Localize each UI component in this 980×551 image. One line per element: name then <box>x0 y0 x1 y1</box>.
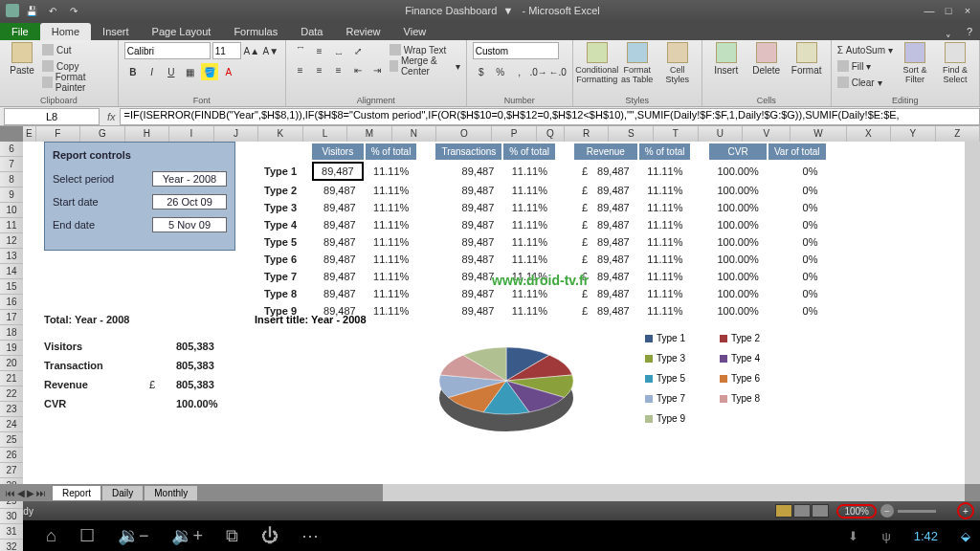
fill-button[interactable]: Fill ▾ <box>837 58 893 74</box>
tab-file[interactable]: File <box>0 23 40 40</box>
table-row[interactable]: Type 889,48711.11%89,48711.11%£89,48711.… <box>256 286 826 301</box>
save-icon[interactable]: 💾 <box>23 2 40 19</box>
undo-icon[interactable]: ↶ <box>44 2 61 19</box>
name-box[interactable]: L8 <box>4 108 100 125</box>
merge-center-button[interactable]: Merge & Center ▾ <box>390 58 460 74</box>
redo-icon[interactable]: ↷ <box>65 2 82 19</box>
fx-icon[interactable]: fx <box>103 111 120 122</box>
usb-icon[interactable]: ψ <box>881 529 890 543</box>
page-layout-view-icon[interactable] <box>793 504 811 518</box>
table-row[interactable]: Type 189,48711.11%89,48711.11%£89,48711.… <box>256 162 826 181</box>
menu-icon[interactable]: ⋯ <box>301 525 319 546</box>
sort-filter-button[interactable]: Sort & Filter <box>897 42 933 84</box>
align-top-icon[interactable]: ⎴ <box>292 42 309 59</box>
italic-button[interactable]: I <box>144 63 161 80</box>
select-period-input[interactable]: Year - 2008 <box>152 171 227 187</box>
sheet-nav-prev-icon[interactable]: ◀ <box>17 488 25 498</box>
spreadsheet-grid[interactable]: EFGHIJKLMNOPQRSTUVWXYZ 67891011121314151… <box>0 126 980 501</box>
align-center-icon[interactable]: ≡ <box>311 61 328 78</box>
table-row[interactable]: Type 689,48711.11%89,48711.11%£89,48711.… <box>256 252 826 267</box>
decrease-decimal-icon[interactable]: ←.0 <box>549 63 567 80</box>
fill-color-button[interactable]: 🪣 <box>201 63 218 80</box>
help-icon[interactable]: ? <box>959 23 980 40</box>
format-as-table-button[interactable]: Format as Table <box>619 42 656 84</box>
bold-button[interactable]: B <box>124 63 142 80</box>
zoom-in-button[interactable]: + <box>957 502 974 519</box>
underline-button[interactable]: U <box>163 63 180 80</box>
font-name-input[interactable] <box>124 42 211 59</box>
tab-page-layout[interactable]: Page Layout <box>141 23 223 40</box>
percent-icon[interactable]: % <box>492 63 509 80</box>
tab-data[interactable]: Data <box>289 23 334 40</box>
ribbon-minimize-icon[interactable]: ˬ <box>938 22 959 40</box>
tab-review[interactable]: Review <box>334 23 391 40</box>
zoom-percent[interactable]: 100% <box>836 504 877 518</box>
start-date-input[interactable]: 26 Oct 09 <box>152 194 227 209</box>
pie-chart[interactable] <box>425 338 588 443</box>
comma-icon[interactable]: , <box>511 63 528 80</box>
align-left-icon[interactable]: ≡ <box>292 61 309 78</box>
delete-cells-button[interactable]: Delete <box>748 42 785 76</box>
zoom-out-button[interactable]: − <box>880 504 894 518</box>
power-icon[interactable]: ⏻ <box>261 526 278 546</box>
horizontal-scrollbar[interactable] <box>383 484 965 501</box>
sheet-tab-monthly[interactable]: Monthly <box>144 485 198 500</box>
table-row[interactable]: Type 389,48711.11%89,48711.11%£89,48711.… <box>256 200 826 215</box>
align-middle-icon[interactable]: ≡ <box>311 42 328 59</box>
home-icon[interactable]: ⌂ <box>46 526 56 546</box>
screenshot-icon[interactable]: ⧉ <box>226 526 238 546</box>
border-button[interactable]: ▦ <box>182 63 199 80</box>
tab-home[interactable]: Home <box>40 23 91 40</box>
increase-indent-icon[interactable]: ⇥ <box>368 61 386 78</box>
tab-insert[interactable]: Insert <box>91 23 141 40</box>
cut-button[interactable]: Cut <box>42 42 112 57</box>
report-controls-title: Report controls <box>53 146 227 164</box>
download-icon[interactable]: ⬇ <box>848 529 858 543</box>
conditional-formatting-button[interactable]: Conditional Formatting <box>579 42 615 84</box>
autosum-button[interactable]: Σ AutoSum ▾ <box>837 42 893 57</box>
table-row[interactable]: Type 589,48711.11%89,48711.11%£89,48711.… <box>256 234 826 250</box>
increase-font-icon[interactable]: A▲ <box>243 42 260 59</box>
cell-styles-button[interactable]: Cell Styles <box>659 42 696 84</box>
find-select-button[interactable]: Find & Select <box>937 42 973 84</box>
currency-icon[interactable]: $ <box>473 63 490 80</box>
align-right-icon[interactable]: ≡ <box>330 61 347 78</box>
insert-cells-button[interactable]: Insert <box>708 42 745 76</box>
decrease-indent-icon[interactable]: ⇤ <box>349 61 367 78</box>
font-color-button[interactable]: A <box>220 63 237 80</box>
maximize-button[interactable]: □ <box>942 5 955 16</box>
formula-input[interactable]: =IF(ISERROR(FINDB("Year",$H$8,1)),IF($H$… <box>120 108 980 125</box>
recent-icon[interactable]: ☐ <box>79 525 95 546</box>
volume-up-icon[interactable]: 🔉+ <box>171 525 203 546</box>
sheet-canvas[interactable]: Report controls Select period Year - 200… <box>23 142 965 501</box>
align-bottom-icon[interactable]: ⎵ <box>330 42 347 59</box>
page-break-view-icon[interactable] <box>812 504 829 518</box>
format-cells-button[interactable]: Format <box>789 42 825 76</box>
decrease-font-icon[interactable]: A▼ <box>262 42 279 59</box>
table-row[interactable]: Type 489,48711.11%89,48711.11%£89,48711.… <box>256 217 826 232</box>
orientation-icon[interactable]: ⤢ <box>349 42 367 59</box>
zoom-slider[interactable] <box>898 510 936 513</box>
minimize-button[interactable]: — <box>923 5 936 16</box>
column-headers[interactable]: EFGHIJKLMNOPQRSTUVWXYZ <box>23 126 980 142</box>
vertical-scrollbar[interactable] <box>965 142 980 484</box>
paste-button[interactable]: Paste <box>6 42 38 76</box>
number-format-select[interactable] <box>473 42 559 59</box>
end-date-input[interactable]: 5 Nov 09 <box>152 217 227 232</box>
font-size-input[interactable] <box>212 42 241 59</box>
increase-decimal-icon[interactable]: .0→ <box>530 63 547 80</box>
sheet-nav-next-icon[interactable]: ▶ <box>27 488 34 498</box>
sheet-nav-last-icon[interactable]: ⏭ <box>36 488 46 498</box>
close-button[interactable]: × <box>961 5 974 16</box>
sheet-nav-first-icon[interactable]: ⏮ <box>6 488 15 498</box>
group-editing-label: Editing <box>837 96 973 106</box>
clear-button[interactable]: Clear ▾ <box>837 75 893 90</box>
sheet-tab-daily[interactable]: Daily <box>101 485 144 500</box>
sheet-tab-report[interactable]: Report <box>52 485 101 500</box>
tab-formulas[interactable]: Formulas <box>222 23 289 40</box>
volume-down-icon[interactable]: 🔉− <box>118 525 149 546</box>
tab-view[interactable]: View <box>392 23 438 40</box>
table-row[interactable]: Type 289,48711.11%89,48711.11%£89,48711.… <box>256 183 826 198</box>
normal-view-icon[interactable] <box>775 504 792 518</box>
format-painter-button[interactable]: Format Painter <box>42 75 112 90</box>
